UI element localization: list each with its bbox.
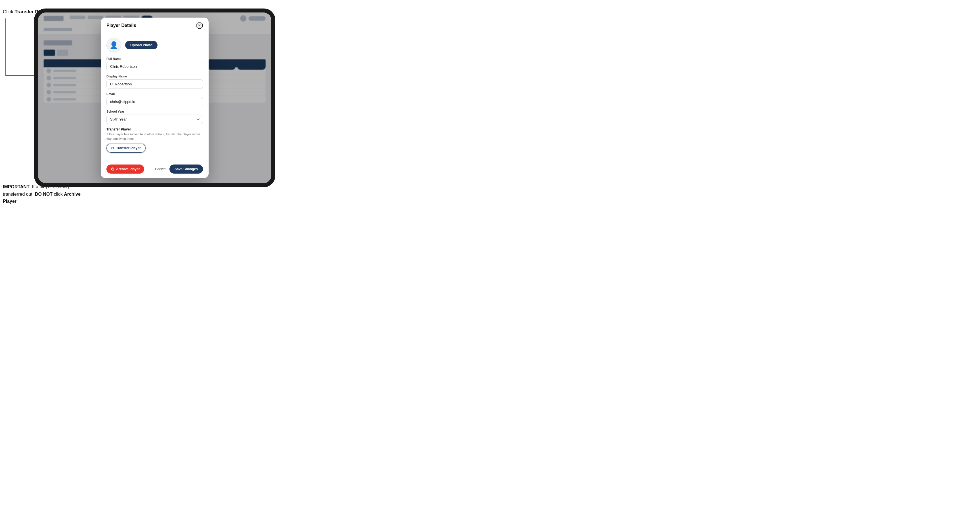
email-field: Email: [107, 92, 203, 106]
archive-player-label: Archive Player: [116, 167, 140, 171]
display-name-field: Display Name: [107, 75, 203, 89]
modal-title: Player Details: [107, 23, 136, 28]
school-year-label: School Year: [107, 110, 203, 113]
display-name-input[interactable]: [107, 79, 203, 89]
modal-footer: ⏻ Archive Player Cancel Save Changes: [101, 161, 208, 178]
player-details-modal: Player Details × 👤 Upload Photo Full Nam: [101, 17, 208, 178]
upload-photo-button[interactable]: Upload Photo: [125, 41, 158, 49]
arrow-vertical-line: [5, 18, 6, 75]
modal-overlay: Player Details × 👤 Upload Photo Full Nam: [38, 13, 271, 183]
avatar-circle: 👤: [107, 38, 121, 52]
archive-player-button[interactable]: ⏻ Archive Player: [107, 165, 144, 174]
transfer-player-button-label: Transfer Player: [116, 146, 141, 150]
archive-icon: ⏻: [111, 167, 115, 171]
transfer-player-section: Transfer Player If this player has moved…: [107, 127, 203, 152]
display-name-label: Display Name: [107, 75, 203, 78]
avatar-section: 👤 Upload Photo: [107, 38, 203, 52]
full-name-label: Full Name: [107, 57, 203, 60]
transfer-icon: ⟳: [111, 146, 115, 150]
important-title: IMPORTANT: [3, 184, 30, 189]
tablet-device: Player Details × 👤 Upload Photo Full Nam: [34, 8, 275, 187]
modal-close-button[interactable]: ×: [196, 22, 203, 29]
do-not-label: DO NOT: [35, 192, 52, 197]
cancel-button[interactable]: Cancel: [155, 167, 166, 171]
email-input[interactable]: [107, 97, 203, 106]
transfer-player-description: If this player has moved to another scho…: [107, 132, 203, 141]
full-name-field: Full Name: [107, 57, 203, 71]
full-name-input[interactable]: [107, 62, 203, 71]
modal-body: 👤 Upload Photo Full Name Display Name: [101, 33, 208, 161]
transfer-player-title: Transfer Player: [107, 127, 203, 131]
school-year-field: School Year First Year Second Year Third…: [107, 110, 203, 124]
avatar-icon: 👤: [110, 41, 118, 49]
transfer-player-button[interactable]: ⟳ Transfer Player: [107, 144, 146, 152]
modal-header: Player Details ×: [101, 17, 208, 33]
tablet-screen: Player Details × 👤 Upload Photo Full Nam: [38, 13, 271, 183]
email-label: Email: [107, 92, 203, 95]
school-year-select[interactable]: First Year Second Year Third Year Fourth…: [107, 114, 203, 124]
save-changes-button[interactable]: Save Changes: [169, 165, 203, 174]
